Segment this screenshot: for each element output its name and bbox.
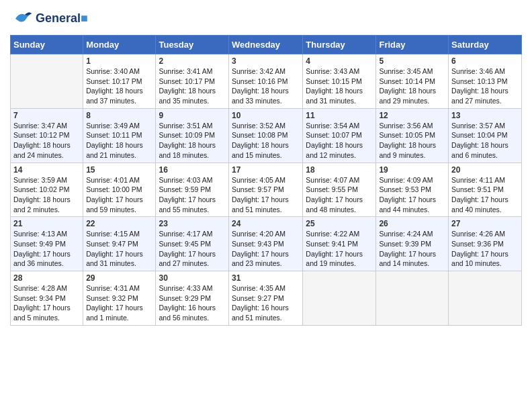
week-row-1: 7Sunrise: 3:47 AM Sunset: 10:12 PM Dayli… [11, 108, 522, 163]
day-info: Sunrise: 4:07 AM Sunset: 9:55 PM Dayligh… [306, 175, 373, 215]
calendar-cell: 6Sunrise: 3:46 AM Sunset: 10:13 PM Dayli… [449, 54, 522, 109]
calendar-cell: 19Sunrise: 4:09 AM Sunset: 9:53 PM Dayli… [376, 163, 449, 217]
day-number: 17 [232, 165, 300, 175]
calendar-cell: 12Sunrise: 3:56 AM Sunset: 10:05 PM Dayl… [376, 108, 449, 163]
calendar-cell: 30Sunrise: 4:33 AM Sunset: 9:29 PM Dayli… [156, 271, 229, 326]
day-number: 31 [232, 273, 300, 283]
day-info: Sunrise: 4:22 AM Sunset: 9:41 PM Dayligh… [306, 229, 373, 269]
day-number: 16 [159, 165, 226, 175]
calendar-cell: 14Sunrise: 3:59 AM Sunset: 10:02 PM Dayl… [11, 163, 83, 217]
day-info: Sunrise: 4:11 AM Sunset: 9:51 PM Dayligh… [451, 175, 519, 215]
calendar-cell [449, 271, 522, 326]
day-number: 18 [306, 165, 373, 175]
day-number: 1 [86, 56, 152, 66]
calendar-cell: 11Sunrise: 3:54 AM Sunset: 10:07 PM Dayl… [303, 108, 376, 163]
day-info: Sunrise: 3:45 AM Sunset: 10:14 PM Daylig… [379, 66, 445, 106]
day-number: 23 [159, 219, 226, 228]
day-info: Sunrise: 3:49 AM Sunset: 10:11 PM Daylig… [86, 121, 152, 161]
day-info: Sunrise: 4:26 AM Sunset: 9:36 PM Dayligh… [451, 229, 519, 269]
day-info: Sunrise: 3:42 AM Sunset: 10:16 PM Daylig… [232, 66, 300, 106]
calendar-cell: 26Sunrise: 4:24 AM Sunset: 9:39 PM Dayli… [376, 217, 449, 271]
day-info: Sunrise: 3:43 AM Sunset: 10:15 PM Daylig… [306, 66, 373, 106]
day-number: 6 [451, 56, 519, 66]
week-row-0: 1Sunrise: 3:40 AM Sunset: 10:17 PM Dayli… [11, 54, 522, 109]
day-number: 8 [86, 111, 152, 120]
day-info: Sunrise: 3:54 AM Sunset: 10:07 PM Daylig… [306, 121, 373, 161]
day-info: Sunrise: 3:47 AM Sunset: 10:12 PM Daylig… [13, 121, 80, 161]
header-monday: Monday [83, 36, 156, 54]
calendar-cell: 31Sunrise: 4:35 AM Sunset: 9:27 PM Dayli… [229, 271, 303, 326]
day-info: Sunrise: 4:09 AM Sunset: 9:53 PM Dayligh… [379, 175, 445, 215]
header-thursday: Thursday [303, 36, 376, 54]
header-tuesday: Tuesday [156, 36, 229, 54]
day-number: 12 [379, 111, 445, 120]
day-info: Sunrise: 3:59 AM Sunset: 10:02 PM Daylig… [13, 175, 80, 215]
calendar-cell: 9Sunrise: 3:51 AM Sunset: 10:09 PM Dayli… [156, 108, 229, 163]
day-number: 10 [232, 111, 300, 120]
day-info: Sunrise: 4:24 AM Sunset: 9:39 PM Dayligh… [379, 229, 445, 269]
day-info: Sunrise: 4:33 AM Sunset: 9:29 PM Dayligh… [159, 283, 226, 323]
calendar-cell: 2Sunrise: 3:41 AM Sunset: 10:17 PM Dayli… [156, 54, 229, 109]
day-number: 25 [306, 219, 373, 228]
day-number: 22 [86, 219, 152, 228]
day-number: 11 [306, 111, 373, 120]
calendar-cell: 27Sunrise: 4:26 AM Sunset: 9:36 PM Dayli… [449, 217, 522, 271]
day-number: 30 [159, 273, 226, 283]
day-number: 3 [232, 56, 300, 66]
day-number: 14 [13, 165, 80, 175]
calendar-cell [376, 271, 449, 326]
day-info: Sunrise: 3:41 AM Sunset: 10:17 PM Daylig… [159, 66, 226, 106]
calendar-cell: 18Sunrise: 4:07 AM Sunset: 9:55 PM Dayli… [303, 163, 376, 217]
calendar-table: SundayMondayTuesdayWednesdayThursdayFrid… [10, 35, 522, 326]
calendar-cell: 5Sunrise: 3:45 AM Sunset: 10:14 PM Dayli… [376, 54, 449, 109]
calendar-cell: 25Sunrise: 4:22 AM Sunset: 9:41 PM Dayli… [303, 217, 376, 271]
calendar-cell: 29Sunrise: 4:31 AM Sunset: 9:32 PM Dayli… [83, 271, 156, 326]
calendar-cell: 21Sunrise: 4:13 AM Sunset: 9:49 PM Dayli… [11, 217, 83, 271]
day-number: 28 [13, 273, 80, 283]
header-sunday: Sunday [11, 36, 83, 54]
day-info: Sunrise: 4:28 AM Sunset: 9:34 PM Dayligh… [13, 283, 80, 323]
logo: General■ [10, 7, 88, 31]
calendar-cell: 16Sunrise: 4:03 AM Sunset: 9:59 PM Dayli… [156, 163, 229, 217]
day-number: 15 [86, 165, 152, 175]
calendar-cell [303, 271, 376, 326]
day-info: Sunrise: 4:35 AM Sunset: 9:27 PM Dayligh… [232, 283, 300, 323]
calendar-cell: 8Sunrise: 3:49 AM Sunset: 10:11 PM Dayli… [83, 108, 156, 163]
calendar-cell: 10Sunrise: 3:52 AM Sunset: 10:08 PM Dayl… [229, 108, 303, 163]
calendar-cell: 22Sunrise: 4:15 AM Sunset: 9:47 PM Dayli… [83, 217, 156, 271]
day-info: Sunrise: 4:20 AM Sunset: 9:43 PM Dayligh… [232, 229, 300, 269]
day-info: Sunrise: 4:15 AM Sunset: 9:47 PM Dayligh… [86, 229, 152, 269]
day-info: Sunrise: 4:31 AM Sunset: 9:32 PM Dayligh… [86, 283, 152, 323]
day-number: 20 [451, 165, 519, 175]
day-info: Sunrise: 3:51 AM Sunset: 10:09 PM Daylig… [159, 121, 226, 161]
day-number: 5 [379, 56, 445, 66]
day-number: 24 [232, 219, 300, 228]
day-info: Sunrise: 4:01 AM Sunset: 10:00 PM Daylig… [86, 175, 152, 215]
day-number: 19 [379, 165, 445, 175]
day-info: Sunrise: 4:17 AM Sunset: 9:45 PM Dayligh… [159, 229, 226, 269]
week-row-4: 28Sunrise: 4:28 AM Sunset: 9:34 PM Dayli… [11, 271, 522, 326]
calendar-cell: 28Sunrise: 4:28 AM Sunset: 9:34 PM Dayli… [11, 271, 83, 326]
day-info: Sunrise: 3:52 AM Sunset: 10:08 PM Daylig… [232, 121, 300, 161]
calendar-cell: 23Sunrise: 4:17 AM Sunset: 9:45 PM Dayli… [156, 217, 229, 271]
calendar-cell [11, 54, 83, 109]
week-row-3: 21Sunrise: 4:13 AM Sunset: 9:49 PM Dayli… [11, 217, 522, 271]
day-info: Sunrise: 3:56 AM Sunset: 10:05 PM Daylig… [379, 121, 445, 161]
calendar-header-row: SundayMondayTuesdayWednesdayThursdayFrid… [11, 36, 522, 54]
calendar-cell: 7Sunrise: 3:47 AM Sunset: 10:12 PM Dayli… [11, 108, 83, 163]
day-info: Sunrise: 3:46 AM Sunset: 10:13 PM Daylig… [451, 66, 519, 106]
header-saturday: Saturday [449, 36, 522, 54]
week-row-2: 14Sunrise: 3:59 AM Sunset: 10:02 PM Dayl… [11, 163, 522, 217]
day-number: 9 [159, 111, 226, 120]
day-info: Sunrise: 4:03 AM Sunset: 9:59 PM Dayligh… [159, 175, 226, 215]
day-number: 4 [306, 56, 373, 66]
day-number: 7 [13, 111, 80, 120]
day-number: 21 [13, 219, 80, 228]
logo-text: General■ [36, 12, 88, 26]
calendar-cell: 4Sunrise: 3:43 AM Sunset: 10:15 PM Dayli… [303, 54, 376, 109]
day-number: 27 [451, 219, 519, 228]
calendar-cell: 24Sunrise: 4:20 AM Sunset: 9:43 PM Dayli… [229, 217, 303, 271]
day-info: Sunrise: 4:13 AM Sunset: 9:49 PM Dayligh… [13, 229, 80, 269]
day-number: 2 [159, 56, 226, 66]
calendar-cell: 1Sunrise: 3:40 AM Sunset: 10:17 PM Dayli… [83, 54, 156, 109]
